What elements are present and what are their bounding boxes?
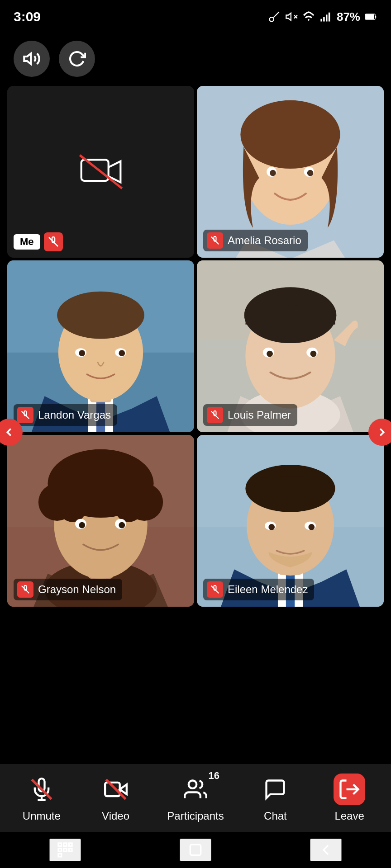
svg-rect-5	[326, 14, 328, 21]
video-cell-eileen: Eileen Melendez	[197, 435, 384, 607]
eileen-name: Eileen Melendez	[228, 583, 308, 596]
unmute-label: Unmute	[23, 810, 61, 822]
svg-rect-88	[58, 854, 62, 857]
battery-icon	[365, 13, 377, 20]
svg-rect-8	[366, 14, 374, 19]
grayson-mute-icon	[17, 581, 33, 598]
landon-mute-icon	[17, 407, 33, 423]
svg-line-44	[211, 411, 219, 419]
video-icon-wrap	[100, 774, 132, 805]
leave-icon	[338, 778, 361, 801]
chat-label: Chat	[264, 810, 287, 822]
recent-apps-icon	[56, 841, 74, 859]
louis-name-badge: Louis Palmer	[203, 404, 297, 426]
svg-point-59	[79, 522, 85, 528]
video-cell-me: Me	[7, 86, 194, 258]
chat-icon-wrap	[259, 774, 291, 805]
speaker-button[interactable]	[14, 41, 50, 77]
louis-mute-icon	[207, 407, 223, 423]
top-controls	[0, 32, 391, 81]
svg-point-60	[119, 522, 125, 528]
svg-line-11	[49, 237, 58, 246]
leave-button[interactable]: Leave	[327, 774, 372, 822]
chevron-left-icon	[2, 425, 16, 439]
svg-line-21	[211, 237, 219, 245]
camera-off-icon	[78, 154, 124, 190]
speaker-icon	[23, 50, 41, 68]
home-icon	[186, 841, 205, 859]
participants-button[interactable]: 16 Participants	[167, 774, 224, 822]
video-cell-grayson: Grayson Nelson	[7, 435, 194, 607]
me-mute-badge	[44, 232, 63, 251]
svg-rect-9	[81, 160, 108, 181]
status-time: 3:09	[14, 9, 41, 24]
me-badges: Me	[14, 232, 63, 251]
svg-rect-4	[323, 17, 325, 22]
leave-label: Leave	[334, 810, 364, 822]
unmute-button[interactable]: Unmute	[19, 774, 64, 822]
video-icon	[104, 778, 128, 801]
camera-off-overlay	[7, 86, 194, 258]
landon-name-badge: Landon Vargas	[14, 404, 117, 426]
svg-line-33	[22, 411, 29, 419]
status-icons: 87%	[268, 10, 377, 24]
sound-off-icon	[285, 10, 298, 23]
svg-point-16	[240, 100, 340, 169]
svg-point-0	[269, 17, 273, 21]
rotate-button[interactable]	[59, 41, 95, 77]
svg-line-73	[211, 586, 219, 594]
mute-icon	[48, 236, 59, 247]
svg-point-42	[267, 351, 273, 357]
me-label: Me	[14, 234, 40, 250]
video-cell-amelia: Amelia Rosario	[197, 86, 384, 258]
bottom-toolbar: Unmute Video 16 Participants	[0, 764, 391, 832]
recent-apps-button[interactable]	[49, 839, 81, 861]
svg-rect-6	[329, 13, 330, 22]
svg-rect-87	[69, 849, 72, 852]
battery-text: 87%	[337, 10, 360, 24]
video-cell-landon: Landon Vargas	[7, 260, 194, 432]
back-button[interactable]	[310, 839, 342, 861]
participants-icon-wrap: 16	[180, 774, 211, 805]
participants-label: Participants	[167, 810, 224, 822]
svg-point-56	[115, 495, 143, 522]
svg-rect-85	[58, 849, 62, 852]
signal-icon	[319, 10, 332, 23]
landon-name: Landon Vargas	[38, 409, 111, 421]
participants-icon	[184, 778, 207, 801]
svg-point-55	[59, 495, 86, 522]
unmute-icon-wrap	[26, 774, 57, 805]
video-cell-louis: Louis Palmer	[197, 260, 384, 432]
video-grid: Me	[5, 81, 386, 611]
amelia-name: Amelia Rosario	[228, 234, 301, 247]
video-label: Video	[102, 810, 129, 822]
leave-icon-wrap	[334, 774, 365, 805]
svg-point-71	[268, 524, 275, 530]
video-grid-wrapper: Me	[0, 81, 391, 611]
video-button[interactable]: Video	[93, 774, 138, 822]
louis-name: Louis Palmer	[228, 409, 291, 421]
home-button[interactable]	[180, 839, 211, 861]
svg-line-61	[22, 586, 29, 594]
svg-point-72	[308, 524, 315, 530]
status-bar: 3:09 87%	[0, 0, 391, 32]
participants-count: 16	[209, 770, 219, 782]
key-icon	[268, 10, 281, 23]
svg-rect-3	[320, 19, 322, 22]
grayson-name: Grayson Nelson	[38, 583, 116, 596]
svg-point-31	[79, 350, 85, 356]
eileen-name-badge: Eileen Melendez	[203, 579, 314, 600]
svg-rect-84	[69, 843, 72, 846]
eileen-mute-icon	[207, 581, 223, 598]
svg-rect-83	[64, 843, 67, 846]
svg-point-32	[119, 350, 125, 356]
svg-point-20	[307, 170, 314, 176]
chat-button[interactable]: Chat	[253, 774, 298, 822]
svg-point-43	[310, 351, 317, 357]
svg-rect-86	[64, 849, 67, 852]
svg-rect-89	[190, 844, 200, 855]
back-icon	[317, 841, 335, 859]
svg-point-19	[270, 170, 276, 176]
unmute-icon	[30, 778, 53, 801]
svg-rect-82	[58, 843, 62, 846]
